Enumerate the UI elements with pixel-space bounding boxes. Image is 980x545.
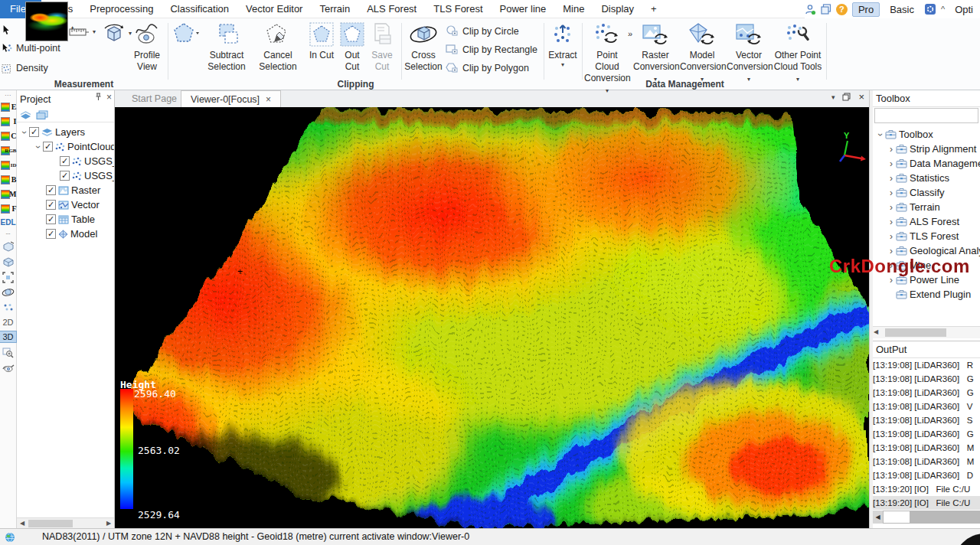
expand-chevron-icon[interactable]: › — [887, 246, 896, 256]
scrollbar-thumb[interactable] — [884, 511, 910, 523]
log-row[interactable]: [13:19:08] [LiDAR360] V — [873, 400, 980, 413]
scrollbar-thumb[interactable] — [28, 520, 73, 527]
checkbox[interactable]: ✓ — [60, 171, 70, 181]
log-row[interactable]: [13:19:08] [LiDAR360] M — [873, 441, 980, 455]
scroll-left-icon[interactable]: ◀ — [874, 328, 878, 335]
tree-item-table[interactable]: ✓ Table — [17, 212, 114, 227]
pin-icon[interactable] — [95, 93, 102, 101]
display-by-file-button[interactable]: F — [1, 204, 16, 215]
menu-preprocessing[interactable]: Preprocessing — [81, 0, 162, 18]
toolbox-item-strip-alignment[interactable]: › Strip Alignment — [873, 142, 980, 156]
toolbox-item-als-forest[interactable]: › ALS Forest — [873, 214, 980, 229]
menu-mine[interactable]: Mine — [554, 0, 593, 18]
expand-chevron-icon[interactable]: › — [887, 217, 896, 227]
checkbox[interactable]: ✓ — [46, 185, 56, 195]
other-point-cloud-tools-button[interactable]: Other PointCloud Tools ▾ — [773, 21, 822, 84]
toolbox-item-data-management[interactable]: › Data Management — [873, 156, 980, 171]
multi-point-measure-button[interactable]: Multi-point — [2, 43, 60, 54]
checkbox[interactable]: ✓ — [46, 229, 56, 239]
expand-chevron-icon[interactable]: › — [33, 142, 44, 152]
expand-chevron-icon[interactable]: › — [887, 158, 896, 169]
expand-chevron-icon[interactable]: › — [887, 173, 896, 184]
in-cut-button[interactable]: In Cut — [305, 21, 338, 61]
tab-viewer-0[interactable]: Viewer-0[Focus] × — [181, 90, 281, 107]
tab-start-page[interactable]: Start Page — [122, 90, 186, 107]
tab-list-caret-icon[interactable]: ▾ — [831, 94, 835, 100]
log-row[interactable]: [13:19:08] [LiDAR360] R — [873, 358, 980, 372]
log-row[interactable]: [13:19:08] [LiDAR360] S — [873, 413, 980, 427]
toolbox-item-terrain[interactable]: › Terrain — [873, 200, 980, 214]
checkbox[interactable]: ✓ — [60, 156, 70, 166]
display-by-blend-button[interactable]: B — [1, 175, 16, 186]
toolbox-item-statistics[interactable]: › Statistics — [873, 171, 980, 185]
full-extent-icon[interactable] — [2, 271, 14, 283]
cross-selection-button[interactable]: Cross Selection — [403, 21, 443, 73]
menu-classification[interactable]: Classification — [162, 0, 237, 18]
zoom-in-icon[interactable] — [2, 346, 14, 358]
pro-mode-button[interactable]: Pro — [852, 2, 880, 17]
toolbox-horizontal-scrollbar[interactable]: ◀ — [873, 326, 980, 338]
expand-chevron-icon[interactable]: › — [19, 128, 30, 137]
log-row[interactable]: [13:19:08] [LiDAR360] G — [873, 386, 980, 400]
toolbox-item-extend-plugin[interactable]: Extend Plugin — [873, 287, 980, 302]
basic-mode-button[interactable]: Basic — [884, 3, 920, 16]
checkbox[interactable]: ✓ — [29, 127, 39, 137]
tree-item-usgs-2[interactable]: ✓ USGS_ — [17, 168, 114, 183]
layer-stack-icon[interactable] — [36, 110, 48, 119]
menu-als-forest[interactable]: ALS Forest — [358, 0, 425, 18]
clip-by-circle-button[interactable]: Clip by Circle — [446, 25, 519, 37]
viewer-3d-canvas[interactable]: Y Height 2596.40 2563.02 2529.64 + — [115, 107, 869, 528]
checkbox[interactable]: ✓ — [46, 214, 56, 224]
clip-by-polygon-button[interactable]: Clip by Polygon — [446, 62, 529, 73]
tree-item-usgs-1[interactable]: ✓ USGS_ — [17, 154, 114, 168]
log-row[interactable]: [13:19:08] [LiDAR360] D — [873, 468, 980, 482]
windows-copy-icon[interactable] — [821, 3, 831, 15]
profile-view-button[interactable]: Profile View — [127, 21, 167, 73]
project-horizontal-scrollbar[interactable]: ◀ ▶ — [17, 517, 114, 528]
tree-item-pointcloud[interactable]: › ✓ PointCloud — [17, 139, 114, 154]
checkbox[interactable]: ✓ — [43, 142, 53, 152]
expand-chevron-icon[interactable]: › — [875, 130, 886, 139]
tree-item-layers[interactable]: › ✓ Layers — [17, 125, 114, 139]
output-horizontal-scrollbar[interactable]: ◀ — [873, 511, 980, 524]
subtract-selection-button[interactable]: Subtract Selection — [201, 21, 252, 73]
options-button[interactable]: Opti — [949, 3, 978, 16]
log-row[interactable]: [13:19:20] [IO] File C:/U — [873, 482, 980, 496]
menu-power-line[interactable]: Power line — [492, 0, 555, 18]
view-2d-button[interactable]: 2D — [0, 317, 15, 328]
log-row[interactable]: [13:19:08] [LiDAR360] G — [873, 427, 980, 441]
checkbox[interactable]: ✓ — [46, 200, 56, 210]
user-account-icon[interactable] — [805, 3, 816, 15]
cancel-selection-button[interactable]: Cancel Selection — [253, 21, 303, 73]
toolbox-item-root[interactable]: › Toolbox — [873, 127, 980, 142]
point-settings-icon[interactable] — [3, 302, 14, 314]
toolbox-item-tls-forest[interactable]: › TLS Forest — [873, 229, 980, 243]
tree-item-vector[interactable]: ✓ Vector — [17, 197, 114, 212]
display-by-id-button[interactable]: ID — [1, 160, 16, 171]
raster-conversion-button[interactable]: RasterConversion ▾ — [633, 21, 678, 84]
menu-display[interactable]: Display — [593, 0, 642, 18]
display-by-rgb-button[interactable]: RGB — [1, 145, 16, 157]
settings-gear-icon[interactable] — [924, 3, 936, 15]
menu-terrain[interactable]: Terrain — [311, 0, 358, 18]
display-by-mix-button[interactable]: M — [1, 189, 16, 201]
scrollbar-thumb[interactable] — [885, 328, 946, 337]
expand-chevron-icon[interactable]: › — [887, 202, 896, 213]
density-measure-button[interactable]: Density — [2, 63, 48, 73]
tree-item-raster[interactable]: ✓ Raster — [17, 183, 114, 197]
restore-window-icon[interactable] — [842, 93, 851, 101]
scroll-right-icon[interactable]: ▶ — [104, 519, 113, 528]
display-by-intensity-button[interactable]: I — [1, 116, 16, 128]
tree-item-model[interactable]: ✓ Model — [17, 227, 114, 241]
ruler-measure-button[interactable]: ▾ — [69, 28, 96, 37]
menu-tls-forest[interactable]: TLS Forest — [425, 0, 491, 18]
scroll-left-icon[interactable]: ◀ — [873, 511, 883, 524]
log-row[interactable]: [13:19:08] [LiDAR360] G — [873, 372, 980, 386]
clip-by-rectangle-button[interactable]: Clip by Rectangle — [446, 44, 537, 55]
toolbox-search-input[interactable] — [874, 108, 978, 123]
volume-box-icon[interactable] — [2, 256, 15, 268]
edl-toggle-button[interactable]: EDL — [1, 218, 16, 227]
orbit-view-icon[interactable] — [2, 286, 15, 299]
add-layer-icon[interactable] — [20, 110, 31, 119]
log-row[interactable]: [13:19:08] [LiDAR360] M — [873, 455, 980, 468]
